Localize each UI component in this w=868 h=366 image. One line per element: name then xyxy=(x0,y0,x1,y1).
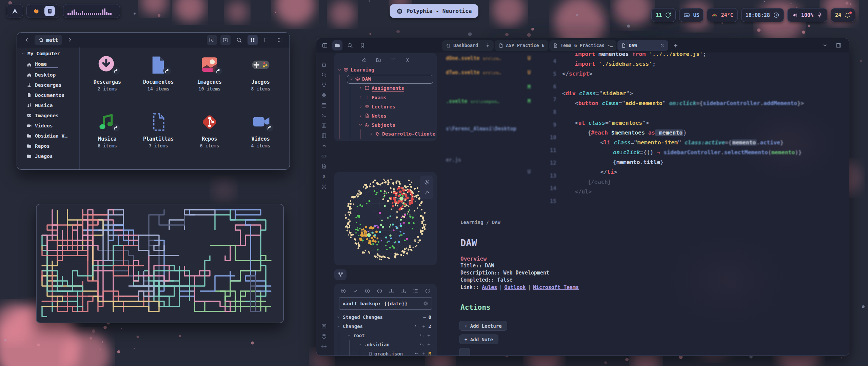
folder-descargas[interactable]: Descargas2 items xyxy=(82,52,133,109)
link-aules[interactable]: Aules xyxy=(482,284,497,290)
sort-order-button[interactable] xyxy=(390,57,396,63)
change-layout-button[interactable] xyxy=(413,288,418,294)
stage-icon[interactable] xyxy=(427,342,431,347)
action-button-3[interactable] xyxy=(459,348,470,356)
refresh-button[interactable] xyxy=(425,288,431,294)
x-circle-icon[interactable] xyxy=(423,301,429,306)
commit-button[interactable] xyxy=(353,288,358,294)
folder-plantillas[interactable]: Plantillas7 items xyxy=(133,109,184,166)
push-button[interactable] xyxy=(389,288,394,294)
new-folder-button[interactable] xyxy=(376,57,381,63)
git-row-changes[interactable]: Changes2 xyxy=(336,322,435,331)
ribbon-gamepad-button[interactable] xyxy=(316,151,331,161)
forward-button[interactable] xyxy=(65,35,75,45)
action-button-2[interactable]: + Add Note xyxy=(459,334,498,344)
files-button[interactable] xyxy=(332,40,342,50)
unstage-icon[interactable]: — xyxy=(423,314,426,320)
tab-tema-6-pr-cticas-[interactable]: Tema 6 Prácticas -… xyxy=(549,40,616,51)
folder-documentos[interactable]: Documentos14 items xyxy=(133,52,184,109)
tree-item-exams[interactable]: !Exams xyxy=(336,93,435,102)
bookmarks-button[interactable] xyxy=(357,40,368,50)
sidebar-item-desktop[interactable]: Desktop xyxy=(21,70,79,80)
close-tab[interactable] xyxy=(660,43,665,48)
sidebar-item-videos[interactable]: Videos xyxy=(21,121,79,131)
ribbon-dollar-button[interactable]: $ xyxy=(316,171,331,181)
tree-item-assignments[interactable]: Assignments xyxy=(336,84,435,93)
ribbon-swords-button[interactable] xyxy=(316,181,331,191)
link-outlook[interactable]: Outlook xyxy=(504,284,526,290)
folder-imagenes[interactable]: Imagenes10 items xyxy=(184,52,235,109)
new-tab-button[interactable] xyxy=(671,40,681,50)
backup-button[interactable] xyxy=(340,288,346,294)
clear-icon[interactable] xyxy=(423,301,429,306)
open-terminal-button[interactable]: $_ xyxy=(207,35,217,45)
git-panel-tab[interactable] xyxy=(334,269,347,280)
sidebar-item-repos[interactable]: Repos xyxy=(21,141,79,151)
undo-icon[interactable] xyxy=(419,342,424,347)
sidebar-item-documentos[interactable]: Documentos xyxy=(21,90,79,100)
sidebar-item-obsidian-v-[interactable]: Obsidian V… xyxy=(21,131,79,141)
commit-message-input[interactable] xyxy=(342,301,423,306)
undo-icon[interactable] xyxy=(419,333,424,338)
folder-juegos[interactable]: Juegos8 items xyxy=(235,52,286,109)
new-folder-button[interactable] xyxy=(220,35,231,45)
ribbon-code-percent-button[interactable]: <% xyxy=(316,141,331,151)
undo-icon[interactable] xyxy=(414,351,419,356)
undo-icon[interactable] xyxy=(414,324,419,329)
grid-view-button[interactable] xyxy=(248,35,258,45)
back-button[interactable] xyxy=(22,35,32,45)
pull-button[interactable] xyxy=(401,288,407,294)
search-button[interactable] xyxy=(345,40,355,50)
breadcrumb-segment[interactable]: Learning xyxy=(460,220,483,225)
discard-icon[interactable] xyxy=(419,342,424,347)
stage-icon[interactable] xyxy=(421,324,426,329)
ribbon-gear-button[interactable] xyxy=(316,341,331,351)
stage-icon[interactable] xyxy=(421,351,426,356)
editor-pane[interactable]: dOne.svelte src\co…UdTwo.svelte src\co…U… xyxy=(441,53,849,356)
tab-daw[interactable]: DAW xyxy=(617,40,668,51)
now-playing[interactable]: Polyphia - Neurotica xyxy=(390,4,478,18)
stage-icon[interactable] xyxy=(427,333,431,338)
stage-all-button[interactable] xyxy=(364,288,370,294)
git-row-root[interactable]: root xyxy=(336,331,435,340)
launcher-button[interactable] xyxy=(7,4,23,18)
tab-asp-practice-6[interactable]: ASP Practice 6 xyxy=(495,40,548,51)
plus-icon[interactable] xyxy=(421,351,426,356)
discard-icon[interactable] xyxy=(414,351,419,356)
tree-item-daw[interactable]: DAW xyxy=(336,75,435,84)
ribbon-terminal-button[interactable] xyxy=(316,110,331,120)
forward-icon[interactable] xyxy=(67,37,73,43)
tree-item-learning[interactable]: Learning xyxy=(336,65,435,75)
collapse-all-button[interactable] xyxy=(405,57,410,63)
ribbon-git-fork-button[interactable] xyxy=(316,80,331,90)
graph-filter-button[interactable] xyxy=(424,190,430,196)
graph-settings-button[interactable] xyxy=(424,179,430,185)
ribbon-file-search-button[interactable] xyxy=(316,161,331,171)
tab-list-button[interactable] xyxy=(820,40,830,50)
tree-item-lectures[interactable]: Lectures xyxy=(336,102,435,111)
ribbon-search-button[interactable] xyxy=(316,69,331,80)
ribbon-grid-button[interactable] xyxy=(316,90,331,100)
module-weather[interactable]: 24°C xyxy=(707,8,737,22)
folder-videos[interactable]: Videos4 items xyxy=(235,109,286,166)
toggle-right-sidebar-button[interactable] xyxy=(833,40,844,50)
plus-icon[interactable] xyxy=(421,324,426,329)
git-row--obsidian[interactable]: .obsidian xyxy=(336,340,435,349)
list-view-button[interactable] xyxy=(261,35,271,45)
module-clock[interactable]: 18:08:28 xyxy=(741,8,784,22)
sidebar-item-juegos[interactable]: Juegos xyxy=(21,151,79,161)
ribbon-book-button[interactable] xyxy=(316,130,331,141)
git-row-graph-json[interactable]: graph.jsonM xyxy=(336,349,435,356)
module-keyboard-layout[interactable]: US xyxy=(679,8,704,22)
discard-icon[interactable] xyxy=(419,333,424,338)
plus-icon[interactable] xyxy=(427,333,431,338)
ribbon-help-button[interactable] xyxy=(316,331,331,341)
module-audio[interactable]: 100% xyxy=(787,8,827,22)
unstage-all-button[interactable] xyxy=(377,288,382,294)
folder-musica[interactable]: Musica6 items xyxy=(82,109,133,166)
back-icon[interactable] xyxy=(24,37,30,43)
sidebar-item-home[interactable]: Home xyxy=(21,60,79,70)
link-microsoft-teams[interactable]: Microsoft Teams xyxy=(533,284,579,290)
new-note-button[interactable] xyxy=(361,57,367,63)
close-icon[interactable] xyxy=(660,43,665,48)
